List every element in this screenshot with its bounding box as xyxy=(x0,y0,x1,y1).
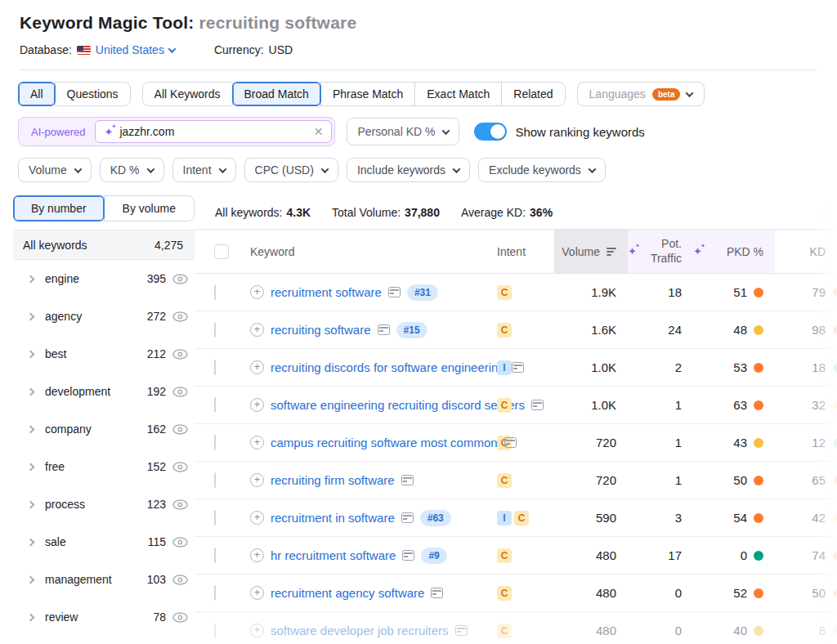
row-checkbox[interactable] xyxy=(214,284,216,300)
chevron-down-icon xyxy=(320,165,329,173)
row-checkbox[interactable] xyxy=(214,435,216,450)
kd-dot xyxy=(834,551,837,561)
sidebar-item-development[interactable]: development 192 xyxy=(13,373,195,410)
serp-features-icon[interactable] xyxy=(402,550,414,561)
add-keyword-icon[interactable]: + xyxy=(250,360,264,374)
serp-features-icon[interactable] xyxy=(512,362,524,373)
sidebar-item-review[interactable]: review 78 xyxy=(13,598,195,636)
ranking-position-badge[interactable]: #15 xyxy=(396,322,427,338)
serp-features-icon[interactable] xyxy=(431,588,443,598)
show-ranking-keywords-toggle[interactable] xyxy=(474,123,507,141)
sidebar-item-management[interactable]: management 103 xyxy=(13,561,195,598)
keyword-search-input-wrap[interactable]: ✦✦ ✕ xyxy=(95,120,332,143)
header-pkd[interactable]: ✦✦ PKD % xyxy=(693,230,775,273)
keyword-link[interactable]: recruitment in software xyxy=(271,511,395,525)
sidebar-item-engine[interactable]: engine 395 xyxy=(13,260,195,297)
add-keyword-icon[interactable]: + xyxy=(250,323,264,337)
filter-kd-[interactable]: KD % xyxy=(100,158,164,182)
filter-include-keywords[interactable]: Include keywords xyxy=(347,158,470,182)
add-keyword-icon[interactable]: + xyxy=(250,436,264,449)
pkd-cell: 54 xyxy=(693,511,775,525)
row-checkbox[interactable] xyxy=(214,397,216,413)
serp-features-icon[interactable] xyxy=(504,437,517,448)
add-keyword-icon[interactable]: + xyxy=(250,473,264,487)
eye-icon[interactable] xyxy=(172,499,188,510)
row-checkbox[interactable] xyxy=(214,585,216,601)
row-checkbox[interactable] xyxy=(214,548,216,563)
pot-traffic-cell: 0 xyxy=(628,586,693,600)
sidebar-item-all-keywords[interactable]: All keywords 4,275 xyxy=(13,230,195,260)
sidebar-item-free[interactable]: free 152 xyxy=(13,448,195,485)
ranking-position-badge[interactable]: #63 xyxy=(420,510,451,526)
add-keyword-icon[interactable]: + xyxy=(250,586,264,600)
header-keyword[interactable]: Keyword xyxy=(250,230,497,273)
summary-total-volume-value: 37,880 xyxy=(405,206,440,219)
keyword-link[interactable]: hr recruitment software xyxy=(271,548,396,562)
header-volume[interactable]: Volume xyxy=(554,230,628,273)
eye-icon[interactable] xyxy=(172,349,188,360)
row-checkbox[interactable] xyxy=(214,472,216,488)
eye-icon[interactable] xyxy=(172,387,188,397)
row-checkbox[interactable] xyxy=(214,510,216,525)
eye-icon[interactable] xyxy=(172,462,188,472)
keyword-link[interactable]: recruiting software xyxy=(271,323,371,337)
keyword-link[interactable]: recruiting discords for software enginee… xyxy=(271,360,505,374)
serp-features-icon[interactable] xyxy=(455,625,468,636)
filter-cpc-usd-[interactable]: CPC (USD) xyxy=(244,158,338,182)
keyword-link[interactable]: recruiting firm software xyxy=(271,473,395,487)
serp-features-icon[interactable] xyxy=(401,475,414,485)
tab-broad-match[interactable]: Broad Match xyxy=(232,82,321,106)
tab-related[interactable]: Related xyxy=(501,82,565,106)
row-checkbox[interactable] xyxy=(214,322,216,338)
eye-icon[interactable] xyxy=(172,274,188,284)
clear-search-icon[interactable]: ✕ xyxy=(314,125,324,138)
languages-dropdown[interactable]: Languages beta xyxy=(577,82,705,106)
eye-icon[interactable] xyxy=(172,575,188,585)
keyword-link[interactable]: software engineering recruiting discord … xyxy=(271,398,525,412)
personal-kd-select[interactable]: Personal KD % xyxy=(347,118,459,145)
database-selector[interactable]: United States xyxy=(96,43,175,56)
header-kd[interactable]: KD xyxy=(775,230,837,273)
chevron-down-icon xyxy=(74,165,82,173)
keyword-link[interactable]: software developer job recruiters xyxy=(271,624,449,637)
keyword-search-input[interactable] xyxy=(119,125,307,138)
sidebar-tab-by-volume[interactable]: By volume xyxy=(104,195,195,221)
filter-exclude-keywords[interactable]: Exclude keywords xyxy=(478,158,606,182)
row-checkbox[interactable] xyxy=(214,360,216,375)
tab-all-keywords[interactable]: All Keywords xyxy=(142,82,233,106)
serp-features-icon[interactable] xyxy=(378,324,390,335)
add-keyword-icon[interactable]: + xyxy=(250,285,264,299)
sidebar-tab-by-number[interactable]: By number xyxy=(13,195,105,221)
ranking-position-badge[interactable]: #31 xyxy=(407,284,438,301)
sidebar-item-sale[interactable]: sale 115 xyxy=(13,523,195,561)
serp-features-icon[interactable] xyxy=(401,512,414,523)
sidebar-item-best[interactable]: best 212 xyxy=(13,335,195,373)
filter-intent[interactable]: Intent xyxy=(172,158,236,182)
select-all-checkbox[interactable] xyxy=(214,244,229,259)
keyword-link[interactable]: recruitment agency software xyxy=(271,586,424,600)
tab-phrase-match[interactable]: Phrase Match xyxy=(320,82,415,106)
keyword-link[interactable]: recruitment software xyxy=(271,285,382,299)
filter-volume[interactable]: Volume xyxy=(18,158,92,182)
sidebar-item-agency[interactable]: agency 272 xyxy=(13,297,195,335)
sidebar-item-company[interactable]: company 162 xyxy=(13,410,195,448)
eye-icon[interactable] xyxy=(172,311,188,322)
serp-features-icon[interactable] xyxy=(531,400,544,410)
ranking-position-badge[interactable]: #9 xyxy=(421,548,446,564)
tab-questions[interactable]: Questions xyxy=(55,82,131,106)
header-intent[interactable]: Intent xyxy=(497,230,554,273)
tab-all[interactable]: All xyxy=(18,82,56,106)
add-keyword-icon[interactable]: + xyxy=(250,624,264,637)
add-keyword-icon[interactable]: + xyxy=(250,511,264,525)
eye-icon[interactable] xyxy=(172,424,188,435)
add-keyword-icon[interactable]: + xyxy=(250,398,264,412)
sidebar-item-process[interactable]: process 123 xyxy=(13,485,195,523)
header-pot-traffic[interactable]: ✦✦ Pot. Traffic xyxy=(628,230,693,273)
serp-features-icon[interactable] xyxy=(388,287,401,297)
eye-icon[interactable] xyxy=(172,537,188,548)
keyword-link[interactable]: campus recruiting software most common xyxy=(271,436,498,449)
eye-icon[interactable] xyxy=(172,612,188,623)
row-checkbox[interactable] xyxy=(214,623,216,638)
tab-exact-match[interactable]: Exact Match xyxy=(414,82,502,106)
add-keyword-icon[interactable]: + xyxy=(250,548,264,562)
